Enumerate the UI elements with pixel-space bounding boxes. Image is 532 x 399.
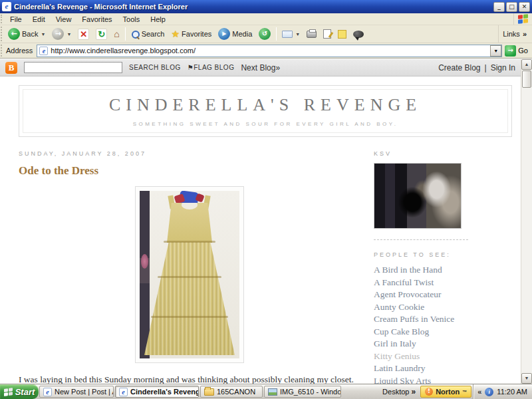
flag-blog-button[interactable]: ⚑FLAG BLOG	[188, 64, 235, 71]
blogroll-link[interactable]: A Fanciful Twist	[374, 277, 475, 289]
search-label: Search	[142, 30, 165, 38]
toolbar-separator	[276, 27, 277, 41]
messenger-button[interactable]	[350, 27, 367, 42]
blogroll-link[interactable]: Aunty Cookie	[374, 301, 475, 314]
image-file-icon	[268, 388, 277, 396]
desktop-chevron-icon[interactable]: »	[411, 387, 416, 396]
links-chevron-icon[interactable]: »	[523, 30, 527, 38]
search-blog-button[interactable]: SEARCH BLOG	[129, 64, 181, 71]
profile-photo[interactable]	[374, 163, 462, 229]
maximize-button[interactable]: □	[506, 2, 517, 12]
taskbar-task-cinderellas-revenge[interactable]: e Cinderella's Revenge ...	[115, 386, 199, 398]
menu-bar: File Edit View Favorites Tools Help	[0, 13, 532, 25]
back-dropdown-icon[interactable]: ▼	[41, 32, 45, 37]
scrollbar-track[interactable]	[521, 88, 532, 373]
refresh-button[interactable]: ↻	[92, 27, 110, 42]
blogroll-link[interactable]: Agent Provocateur	[374, 289, 475, 301]
favorites-star-icon: ★	[171, 29, 180, 39]
edit-button[interactable]	[320, 27, 334, 42]
desktop-toolbar[interactable]: Desktop »	[379, 384, 419, 399]
blogroll-link[interactable]: Latin Laundry	[374, 362, 475, 375]
system-tray: « i 11:20 AM	[473, 384, 532, 399]
mail-button[interactable]: ▼	[279, 27, 303, 42]
toolbar-grip[interactable]	[1, 45, 4, 57]
photo-background-detail	[141, 254, 148, 269]
blogroll-link[interactable]: Kitty Genius	[374, 350, 475, 363]
home-button[interactable]: ⌂	[110, 27, 122, 42]
stop-button[interactable]: ✕	[74, 27, 92, 42]
menu-edit[interactable]: Edit	[27, 15, 51, 24]
media-icon: ▶	[218, 28, 230, 40]
blogroll-link[interactable]: A Bird in the Hand	[374, 264, 475, 277]
refresh-icon: ↻	[96, 29, 107, 40]
address-input[interactable]: e http://www.cinderellasrevenge.blogspot…	[37, 45, 502, 57]
photo-background	[140, 191, 150, 358]
close-button[interactable]: ✕	[519, 2, 530, 12]
taskbar-task-165canon[interactable]: 165CANON	[200, 386, 263, 398]
back-button[interactable]: ← Back ▼	[5, 27, 49, 42]
dress-skirt	[144, 242, 235, 355]
links-toolbar[interactable]: Links »	[498, 25, 531, 43]
blog-page: CINDERELLA'S REVENGE SOMETHING SWEET AND…	[0, 76, 521, 384]
ie-icon: e	[43, 388, 52, 396]
toolbar-separator	[125, 27, 126, 41]
desktop-label: Desktop	[382, 388, 409, 396]
notes-button[interactable]	[334, 27, 350, 42]
sign-in-link[interactable]: Sign In	[491, 63, 515, 72]
print-button[interactable]	[303, 27, 320, 42]
norton-button[interactable]: ! Norton™	[420, 386, 471, 398]
post-column: SUNDAY, JANUARY 28, 2007 Ode to the Dres…	[19, 150, 360, 384]
start-button[interactable]: Start	[0, 384, 39, 399]
blogroll-link[interactable]: Liquid Sky Arts	[374, 375, 475, 384]
favorites-button[interactable]: ★ Favorites	[168, 27, 215, 42]
blogger-logo-icon[interactable]: B	[5, 62, 17, 74]
tray-info-icon[interactable]: i	[485, 388, 493, 396]
minimize-button[interactable]: _	[493, 2, 505, 12]
blogroll: A Bird in the Hand A Fanciful Twist Agen…	[374, 264, 475, 384]
forward-button[interactable]: → ▼	[49, 27, 74, 42]
post-date: SUNDAY, JANUARY 28, 2007	[19, 150, 360, 157]
blog-search-input[interactable]	[24, 62, 122, 73]
search-button[interactable]: Search	[128, 27, 168, 42]
create-blog-link[interactable]: Create Blog	[438, 63, 480, 72]
media-button[interactable]: ▶ Media	[215, 27, 255, 42]
go-button[interactable]: → Go	[502, 44, 531, 58]
vertical-scrollbar[interactable]: ▲ ▼	[521, 59, 532, 384]
next-blog-link[interactable]: Next Blog»	[241, 63, 280, 72]
tray-expand-icon[interactable]: «	[477, 388, 481, 396]
navbar-divider: |	[485, 63, 487, 72]
address-url[interactable]: http://www.cinderellasrevenge.blogspot.c…	[51, 47, 490, 55]
taskbar-task-newpost[interactable]: e New Post | Post | A Fanc...	[39, 386, 114, 398]
ie-window-icon: e	[2, 2, 11, 11]
history-button[interactable]: ↺	[255, 27, 274, 42]
taskbar-task-img6510[interactable]: IMG_6510 - Windows Pic...	[264, 386, 341, 398]
blog-title[interactable]: CINDERELLA'S REVENGE	[109, 95, 422, 115]
title-bar[interactable]: e Cinderella's Revenge - Microsoft Inter…	[0, 0, 532, 13]
ie-window: e Cinderella's Revenge - Microsoft Inter…	[0, 0, 532, 399]
blog-masthead: CINDERELLA'S REVENGE SOMETHING SWEET AND…	[19, 85, 512, 137]
menu-file[interactable]: File	[5, 15, 27, 24]
menu-help[interactable]: Help	[145, 15, 171, 24]
toolbar-grip[interactable]	[1, 15, 4, 23]
address-dropdown-icon[interactable]: ▼	[490, 45, 501, 57]
trademark-symbol: ™	[462, 390, 467, 394]
menu-tools[interactable]: Tools	[118, 15, 146, 24]
toolbar-grip[interactable]	[1, 27, 4, 41]
post-image[interactable]	[135, 186, 244, 363]
scroll-up-button[interactable]: ▲	[521, 59, 532, 70]
blogroll-link[interactable]: Girl in Italy	[374, 338, 475, 350]
post-title[interactable]: Ode to the Dress	[19, 164, 360, 178]
menu-view[interactable]: View	[51, 15, 77, 24]
ie-icon: e	[119, 388, 128, 396]
mail-dropdown-icon[interactable]: ▼	[295, 32, 300, 37]
profile-title: KSV	[374, 150, 475, 157]
scrollbar-thumb[interactable]	[522, 70, 531, 88]
print-icon	[307, 31, 317, 38]
blogroll-link[interactable]: Cup Cake Blog	[374, 326, 475, 338]
scroll-down-button[interactable]: ▼	[521, 373, 532, 384]
notes-icon	[338, 30, 346, 39]
stop-icon: ✕	[78, 29, 89, 40]
menu-favorites[interactable]: Favorites	[76, 15, 117, 24]
blogroll-link[interactable]: Cream Puffs in Venice	[374, 313, 475, 326]
forward-dropdown-icon[interactable]: ▼	[66, 32, 71, 37]
